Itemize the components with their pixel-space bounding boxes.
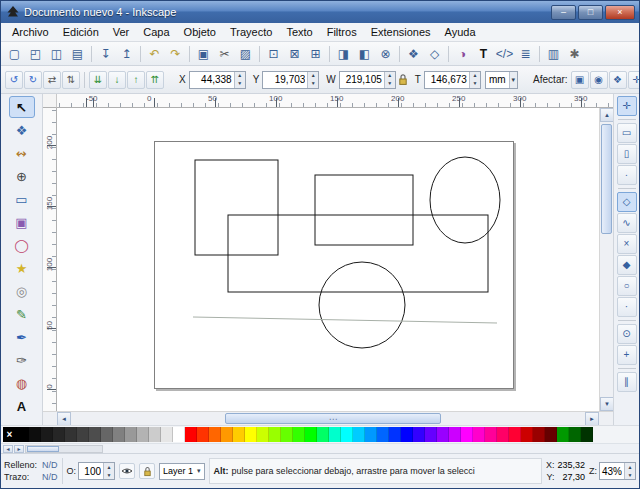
paint-bucket-tool-button[interactable]: ◍ — [9, 372, 35, 394]
opacity-input[interactable] — [79, 463, 103, 479]
open-document-button[interactable]: ◰ — [25, 43, 46, 64]
rotate-90-ccw-button[interactable]: ↺ — [5, 71, 23, 89]
color-swatch[interactable] — [101, 427, 113, 442]
palette-scroll-left-button[interactable]: ◄ — [3, 445, 13, 453]
spin-down-icon[interactable]: ▼ — [385, 80, 395, 88]
snap-bbox-edges-button[interactable]: ▯ — [617, 144, 637, 164]
menu-ver[interactable]: Ver — [106, 24, 137, 40]
no-color-swatch[interactable]: × — [3, 427, 17, 442]
affect-scale-stroke-button[interactable]: ▣ — [571, 71, 589, 89]
color-swatch[interactable] — [293, 427, 305, 442]
spin-up-icon[interactable]: ▲ — [470, 72, 480, 80]
snap-nodes-button[interactable]: ◇ — [617, 192, 637, 212]
lower-selection-button[interactable]: ↓ — [108, 71, 126, 89]
import-image-button[interactable]: ↧ — [95, 43, 116, 64]
snap-paths-button[interactable]: ∿ — [617, 213, 637, 233]
color-swatch[interactable] — [233, 427, 245, 442]
color-swatch[interactable] — [509, 427, 521, 442]
scroll-down-button[interactable]: ▼ — [600, 397, 614, 411]
x-field[interactable]: ▲▼ — [189, 71, 246, 89]
vertical-scrollbar[interactable]: ▲ ▼ — [599, 108, 613, 411]
layer-lock-button[interactable] — [139, 463, 155, 479]
horizontal-ruler[interactable]: -50050100150200250300350 — [57, 94, 613, 108]
pencil-tool-button[interactable]: ✎ — [9, 303, 35, 325]
zoom-tool-button[interactable]: ⊕ — [9, 165, 35, 187]
menu-objeto[interactable]: Objeto — [177, 24, 223, 40]
tweak-tool-button[interactable]: ↭ — [9, 142, 35, 164]
unit-dropdown[interactable]: mm ▾ — [485, 71, 518, 89]
horizontal-scroll-track[interactable]: ⋯ — [71, 412, 585, 425]
drawn-rectangle-3[interactable] — [228, 215, 488, 292]
rectangle-tool-button[interactable]: ▭ — [9, 188, 35, 210]
menu-capa[interactable]: Capa — [136, 24, 176, 40]
color-swatch[interactable] — [401, 427, 413, 442]
height-spinner[interactable]: ▲▼ — [469, 72, 480, 88]
redo-button[interactable]: ↷ — [165, 43, 186, 64]
color-swatch[interactable] — [221, 427, 233, 442]
opacity-spinner[interactable]: ▲▼ — [103, 463, 114, 479]
calligraphy-tool-button[interactable]: ✑ — [9, 349, 35, 371]
color-swatch[interactable] — [497, 427, 509, 442]
color-swatch[interactable] — [485, 427, 497, 442]
spin-up-icon[interactable]: ▲ — [385, 72, 395, 80]
color-swatch[interactable] — [77, 427, 89, 442]
spin-up-icon[interactable]: ▲ — [625, 463, 635, 471]
palette-scroll-right-button[interactable]: ► — [14, 445, 24, 453]
text-dialog-button[interactable]: T — [473, 43, 494, 64]
color-swatch[interactable] — [209, 427, 221, 442]
color-swatch[interactable] — [413, 427, 425, 442]
color-swatch[interactable] — [389, 427, 401, 442]
snap-enable-button[interactable]: ✛ — [617, 96, 637, 116]
cut-button[interactable]: ✂ — [214, 43, 235, 64]
new-document-button[interactable]: ▢ — [4, 43, 25, 64]
palette-scrollbar[interactable]: ◄ ► — [1, 443, 639, 453]
raise-to-top-button[interactable]: ⇈ — [146, 71, 164, 89]
color-swatch[interactable] — [53, 427, 65, 442]
color-swatch[interactable] — [569, 427, 581, 442]
palette-scroll-track[interactable] — [25, 445, 103, 453]
vertical-ruler[interactable]: 200150100500-50 — [43, 108, 57, 411]
zoom-to-fit-drawing-button[interactable]: ⊡ — [263, 43, 284, 64]
snap-path-intersections-button[interactable]: × — [617, 234, 637, 254]
snap-smooth-nodes-button[interactable]: ○ — [617, 276, 637, 296]
color-swatch[interactable] — [89, 427, 101, 442]
color-swatch[interactable] — [173, 427, 185, 442]
y-spinner[interactable]: ▲▼ — [307, 72, 318, 88]
color-swatch[interactable] — [197, 427, 209, 442]
x-spinner[interactable]: ▲▼ — [234, 72, 245, 88]
flip-horizontal-button[interactable]: ⇄ — [43, 71, 61, 89]
snap-rotation-centers-button[interactable]: + — [617, 345, 637, 365]
drawn-circle-1[interactable] — [319, 262, 405, 348]
vertical-scroll-track[interactable] — [600, 122, 613, 397]
color-swatch[interactable] — [161, 427, 173, 442]
undo-button[interactable]: ↶ — [144, 43, 165, 64]
menu-ayuda[interactable]: Ayuda — [438, 24, 483, 40]
unlink-clone-button[interactable]: ⊗ — [375, 43, 396, 64]
color-swatch[interactable] — [329, 427, 341, 442]
spin-down-icon[interactable]: ▼ — [470, 80, 480, 88]
menu-extensiones[interactable]: Extensiones — [364, 24, 438, 40]
document-properties-button[interactable]: ▥ — [543, 43, 564, 64]
snap-bbox-corners-button[interactable]: ∙ — [617, 165, 637, 185]
ellipse-tool-button[interactable]: ◯ — [9, 234, 35, 256]
width-spinner[interactable]: ▲▼ — [384, 72, 395, 88]
menu-texto[interactable]: Texto — [279, 24, 319, 40]
pen-tool-button[interactable]: ✒ — [9, 326, 35, 348]
snap-guides-button[interactable]: ∥ — [617, 372, 637, 392]
box-3d-tool-button[interactable]: ▣ — [9, 211, 35, 233]
scroll-left-button[interactable]: ◄ — [57, 412, 71, 426]
fill-stroke-indicator[interactable]: Relleno: N/D Trazo: N/D — [4, 460, 58, 482]
color-swatch[interactable] — [113, 427, 125, 442]
opacity-field[interactable]: ▲▼ — [78, 462, 115, 480]
fill-stroke-dialog-button[interactable]: ◑ — [452, 43, 473, 64]
color-swatch[interactable] — [449, 427, 461, 442]
drawn-line-1[interactable] — [193, 317, 497, 323]
spin-up-icon[interactable]: ▲ — [104, 463, 114, 471]
snap-object-centers-button[interactable]: ⊙ — [617, 324, 637, 344]
horizontal-scrollbar[interactable]: ◄ ⋯ ► — [57, 411, 599, 425]
lower-to-bottom-button[interactable]: ⇊ — [89, 71, 107, 89]
paste-button[interactable]: ▨ — [235, 43, 256, 64]
snap-bounding-box-button[interactable]: ▭ — [617, 123, 637, 143]
zoom-to-fit-selection-button[interactable]: ⊠ — [284, 43, 305, 64]
star-tool-button[interactable]: ★ — [9, 257, 35, 279]
